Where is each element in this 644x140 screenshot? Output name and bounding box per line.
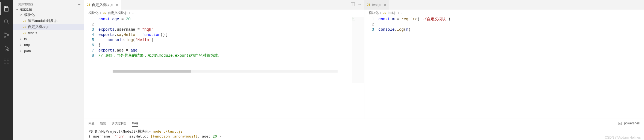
terminal-icon xyxy=(618,121,622,125)
file-label: 演示module对象.js xyxy=(28,18,57,23)
project-root[interactable]: NODEJS xyxy=(13,7,84,12)
chevron-right-icon: › xyxy=(129,11,130,15)
editor-area: JS 自定义模块.js × ··· 模块化 › JS 自定义模块.js › ..… xyxy=(84,0,644,140)
breadcrumb-item[interactable]: 模块化 xyxy=(89,11,98,15)
svg-marker-5 xyxy=(5,46,9,50)
editor-tab[interactable]: JS test.js × xyxy=(364,0,389,10)
breadcrumb[interactable]: 模块化 › JS 自定义模块.js › ... xyxy=(84,10,364,16)
panel-tabs: 问题 输出 调试控制台 终端 powershell xyxy=(84,119,644,128)
js-file-icon: JS xyxy=(103,12,106,15)
watermark: CSDN @Addam Holmes xyxy=(605,136,641,139)
chevron-down-icon xyxy=(15,8,19,11)
js-file-icon: JS xyxy=(383,12,386,15)
js-file-icon: JS xyxy=(23,25,26,28)
code-lines[interactable]: const m = require('./自定义模块') console.log… xyxy=(379,17,644,32)
tab-title: test.js xyxy=(372,3,381,7)
svg-point-3 xyxy=(4,36,6,38)
file-label: 自定义模块.js xyxy=(28,24,49,29)
js-file-icon: JS xyxy=(23,19,26,22)
line-gutter: 12345678 xyxy=(84,17,98,83)
terminal-line: PS D:\MyProject\NodeJS\模块化> ▮ xyxy=(89,139,640,140)
editor-tab[interactable]: JS 自定义模块.js × xyxy=(84,0,121,10)
file-item[interactable]: JS test.js xyxy=(13,30,84,36)
js-file-icon: JS xyxy=(23,32,26,35)
svg-point-4 xyxy=(8,35,9,36)
breadcrumb[interactable]: 模块化 › JS test.js › ... xyxy=(364,10,644,16)
project-name: NODEJS xyxy=(20,8,32,11)
chevron-right-icon: › xyxy=(398,11,399,15)
explorer-sidebar: 资源管理器 ··· NODEJS 模块化 JS 演示module对象.js JS… xyxy=(13,0,84,140)
folder-item-collapsed[interactable]: fs xyxy=(13,36,84,42)
activity-source-control-icon[interactable] xyxy=(0,28,13,42)
svg-rect-9 xyxy=(4,62,6,64)
svg-rect-8 xyxy=(7,59,9,61)
folder-label: fs xyxy=(24,37,27,41)
chevron-right-icon xyxy=(19,37,22,41)
breadcrumb-item[interactable]: ... xyxy=(132,11,134,15)
folder-label: path xyxy=(24,49,31,53)
split-editor-icon[interactable] xyxy=(351,2,355,7)
activity-bar xyxy=(0,0,13,140)
breadcrumb-item[interactable]: 模块化 xyxy=(369,11,379,15)
terminal-line: PS D:\MyProject\NodeJS\模块化> node .\test.… xyxy=(89,129,640,134)
js-file-icon: JS xyxy=(367,3,370,6)
folder-item[interactable]: 模块化 xyxy=(13,12,84,18)
horizontal-scrollbar[interactable] xyxy=(113,70,338,73)
svg-line-1 xyxy=(7,23,9,24)
code-editor[interactable]: 123 const m = require('./自定义模块') console… xyxy=(364,16,644,32)
chevron-right-icon: › xyxy=(380,11,381,15)
folder-label: http xyxy=(24,43,30,47)
folder-item-collapsed[interactable]: path xyxy=(13,48,84,54)
editor-split: JS 自定义模块.js × ··· 模块化 › JS 自定义模块.js › ..… xyxy=(84,0,644,119)
svg-rect-7 xyxy=(4,59,6,61)
terminal-body[interactable]: PS D:\MyProject\NodeJS\模块化> node .\test.… xyxy=(84,128,644,140)
sidebar-header: 资源管理器 ··· xyxy=(13,0,84,7)
panel-tab-output[interactable]: 输出 xyxy=(100,120,106,127)
sidebar-title: 资源管理器 xyxy=(18,2,33,6)
chevron-right-icon xyxy=(19,49,22,53)
breadcrumb-item[interactable]: test.js xyxy=(388,11,396,15)
code-lines[interactable]: const age = 20 exports.username = "hqh"e… xyxy=(98,17,352,83)
activity-search-icon[interactable] xyxy=(0,15,13,28)
file-label: test.js xyxy=(28,31,37,35)
chevron-right-icon xyxy=(19,43,22,47)
tab-actions: ··· xyxy=(351,2,364,7)
svg-point-0 xyxy=(4,20,8,23)
sidebar-more-icon[interactable]: ··· xyxy=(78,3,81,6)
activity-files-icon[interactable] xyxy=(0,2,13,15)
file-item[interactable]: JS 演示module对象.js xyxy=(13,18,84,24)
shell-label[interactable]: powershell xyxy=(624,121,640,125)
svg-rect-13 xyxy=(618,122,622,125)
line-gutter: 123 xyxy=(364,17,379,32)
close-icon[interactable]: × xyxy=(116,3,118,7)
breadcrumb-item[interactable]: 自定义模块.js xyxy=(108,11,127,15)
panel-tab-problems[interactable]: 问题 xyxy=(89,120,95,127)
activity-run-icon[interactable] xyxy=(0,42,13,55)
panel-tab-terminal[interactable]: 终端 xyxy=(132,120,138,127)
terminal-line: { username: 'hqh', sayHello: [Function (… xyxy=(89,134,640,139)
tabs-row: JS 自定义模块.js × ··· xyxy=(84,0,364,10)
panel-actions: powershell xyxy=(618,121,640,125)
folder-item-collapsed[interactable]: http xyxy=(13,42,84,48)
close-icon[interactable]: × xyxy=(384,3,386,7)
folder-label: 模块化 xyxy=(24,12,35,17)
tab-title: 自定义模块.js xyxy=(92,2,113,7)
js-file-icon: JS xyxy=(87,3,90,6)
chevron-down-icon xyxy=(19,13,22,16)
chevron-right-icon: › xyxy=(100,11,101,15)
more-icon[interactable]: ··· xyxy=(358,2,361,7)
svg-point-6 xyxy=(7,49,9,51)
panel-tab-debug[interactable]: 调试控制台 xyxy=(112,120,127,127)
minimap[interactable]: ▬▬▬▬▬▬▬▬▬▬▬▬▬▬▬▬▬▬▬▬▬▬▬▬▬▬ xyxy=(352,17,364,83)
activity-extensions-icon[interactable] xyxy=(0,55,13,68)
svg-rect-10 xyxy=(7,62,9,64)
breadcrumb-item[interactable]: ... xyxy=(401,11,403,15)
editor-pane-right: JS test.js × 模块化 › JS test.js › ... 123 … xyxy=(364,0,644,119)
editor-pane-left: JS 自定义模块.js × ··· 模块化 › JS 自定义模块.js › ..… xyxy=(84,0,364,119)
bottom-panel: 问题 输出 调试控制台 终端 powershell PS D:\MyProjec… xyxy=(84,119,644,140)
svg-point-2 xyxy=(4,33,6,34)
tabs-row: JS test.js × xyxy=(364,0,644,10)
file-item-active[interactable]: JS 自定义模块.js xyxy=(13,24,84,30)
scrollbar-thumb[interactable] xyxy=(113,70,191,73)
code-editor[interactable]: 12345678 const age = 20 exports.username… xyxy=(84,16,364,83)
